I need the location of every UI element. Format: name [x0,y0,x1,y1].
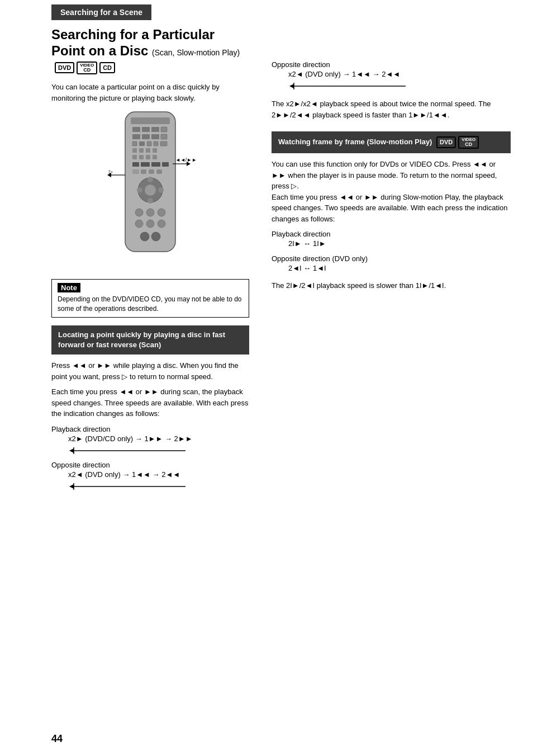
note-box: Note Depending on the DVD/VIDEO CD, you … [51,279,249,318]
svg-rect-33 [156,169,162,174]
svg-rect-23 [132,162,139,167]
svg-point-48 [158,220,165,228]
opposite-direction-seq: x2◄ (DVD only) → 1◄◄ → 2◄◄ [68,470,249,479]
svg-rect-9 [161,134,167,139]
playback-arrow-line [68,445,249,455]
svg-rect-14 [160,141,167,146]
dvd-badge: DVD [55,62,74,73]
svg-rect-7 [142,134,150,139]
svg-rect-10 [132,141,137,146]
right-opp-direction2-seq: 2◄I ↔ 1◄I [288,264,511,272]
svg-rect-31 [141,169,146,174]
svg-text:▷: ▷ [109,169,113,174]
svg-text:◄◄/►►: ◄◄/►► [175,157,197,163]
note-text: Depending on the DVD/VIDEO CD, you may n… [58,295,243,314]
svg-point-47 [146,220,154,228]
svg-rect-24 [141,162,150,167]
right-playback-direction-label: Playback direction [272,230,511,238]
svg-point-45 [158,209,165,216]
header-banner: Searching for a Scene [51,4,151,20]
svg-rect-18 [153,148,157,153]
title-subtitle: (Scan, Slow-motion Play) [152,48,240,57]
svg-point-43 [135,209,143,216]
section1-body2: Each time you press ◄◄ or ►► during scan… [51,386,249,419]
page-number: 44 [51,733,63,745]
svg-point-40 [147,198,153,204]
right-playback-direction-seq: 2I► ↔ 1I► [288,239,511,248]
svg-rect-8 [151,134,159,139]
svg-point-39 [147,177,153,182]
svg-rect-4 [151,127,159,132]
cd-badge: CD [99,62,115,73]
section1-body1: Press ◄◄ or ►► while playing a disc. Whe… [51,360,249,382]
section2-dvd-badge: DVD [436,136,456,148]
vcd-badge: VIDEOCD [77,62,97,74]
playback-direction-seq: x2► (DVD/CD only) → 1►► → 2►► [68,434,249,443]
svg-point-49 [140,232,149,241]
intro-text: You can locate a particular point on a d… [51,82,249,103]
svg-rect-3 [142,127,150,132]
left-column: Searching for a Particular Point on a Di… [0,20,260,745]
final-note: The 2I►/2◄I playback speed is slower tha… [272,280,511,291]
svg-rect-5 [161,127,167,132]
svg-rect-25 [151,162,160,167]
section1-header: Locating a point quickly by playing a di… [51,325,249,355]
svg-point-38 [145,185,156,196]
opposite-arrow-line [68,481,249,491]
svg-point-46 [135,220,143,228]
svg-rect-32 [149,169,154,174]
svg-rect-19 [132,155,137,159]
svg-point-42 [158,187,164,193]
section2-body: You can use this function only for DVDs … [272,159,511,224]
section2-vcd-badge: VIDEOCD [458,136,479,149]
svg-rect-20 [139,155,144,159]
svg-rect-2 [132,127,140,132]
svg-point-41 [137,187,142,193]
svg-rect-16 [139,148,144,153]
main-title: Searching for a Particular Point on a Di… [51,27,249,75]
right-opposite-direction-seq: x2◄ (DVD only) → 1◄◄ → 2◄◄ [288,70,511,78]
right-opp-direction2-label: Opposite direction (DVD only) [272,254,511,263]
speed-note: The x2►/x2◄ playback speed is about twic… [272,98,511,120]
right-opposite-arrow-line [288,81,511,91]
svg-rect-17 [146,148,150,153]
right-column: Opposite direction x2◄ (DVD only) → 1◄◄ … [260,20,533,745]
svg-point-50 [151,232,160,241]
disc-badges: DVD VIDEOCD CD [55,62,115,74]
svg-rect-21 [146,155,150,159]
title-line2: Point on a Disc [51,43,148,58]
svg-rect-30 [132,169,139,174]
svg-marker-55 [69,484,74,489]
svg-rect-13 [154,141,158,146]
svg-rect-15 [132,148,137,153]
remote-illustration: ◄◄/►► ▷ [51,109,249,271]
remote-svg: ◄◄/►► ▷ [94,109,206,271]
section2-header: Watching frame by frame (Slow-motion Pla… [272,131,511,153]
svg-marker-58 [289,84,294,88]
note-title: Note [58,283,80,292]
svg-rect-12 [147,141,151,146]
title-line1: Searching for a Particular [51,27,215,42]
svg-rect-26 [162,162,169,167]
playback-direction-label: Playback direction [51,425,249,433]
svg-rect-22 [153,155,157,159]
svg-rect-1 [131,117,170,124]
right-opposite-direction-label: Opposite direction [272,60,511,69]
opposite-direction-label: Opposite direction [51,461,249,469]
svg-marker-52 [69,448,74,453]
svg-rect-11 [139,141,145,146]
svg-rect-6 [132,134,140,139]
svg-point-44 [146,209,154,216]
